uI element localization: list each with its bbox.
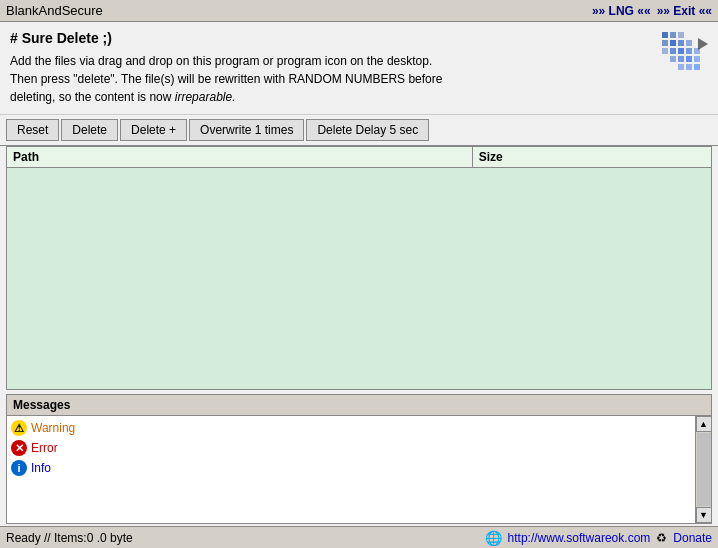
message-warning: ⚠ Warning [11, 418, 691, 438]
svg-rect-11 [686, 48, 692, 54]
svg-rect-3 [678, 32, 684, 38]
warning-text: Warning [31, 421, 75, 435]
svg-rect-18 [686, 64, 692, 70]
error-text: Error [31, 441, 58, 455]
svg-rect-16 [694, 56, 700, 62]
reset-button[interactable]: Reset [6, 119, 59, 141]
scroll-thumb[interactable] [697, 433, 711, 506]
delay-button[interactable]: Delete Delay 5 sec [306, 119, 429, 141]
message-error: ✕ Error [11, 438, 691, 458]
title-bar-controls: »» LNG «« »» Exit «« [592, 4, 712, 18]
file-list-area: Path Size [6, 146, 712, 390]
header-text: # Sure Delete ;) Add the files via drag … [10, 30, 650, 106]
lng-button[interactable]: »» LNG «« [592, 4, 651, 18]
svg-rect-6 [678, 40, 684, 46]
desc-line3-prefix: deleting, so the content is now [10, 90, 175, 104]
svg-rect-13 [670, 56, 676, 62]
warning-icon: ⚠ [11, 420, 27, 436]
scroll-up-arrow[interactable]: ▲ [696, 416, 712, 432]
svg-rect-5 [670, 40, 676, 46]
messages-header-row: Messages [7, 395, 711, 416]
scrollbar[interactable]: ▲ ▼ [695, 416, 711, 523]
desc-line1: Add the files via drag and drop on this … [10, 54, 432, 68]
svg-marker-20 [698, 38, 708, 50]
svg-rect-17 [678, 64, 684, 70]
website-link[interactable]: http://www.softwareok.com [508, 531, 651, 545]
svg-rect-7 [686, 40, 692, 46]
toolbar: Reset Delete Delete + Overwrite 1 times … [0, 115, 718, 146]
globe-icon: 🌐 [485, 530, 502, 546]
messages-scroll-area: ⚠ Warning ✕ Error i Info ▲ ▼ [7, 416, 711, 523]
svg-rect-8 [662, 48, 668, 54]
svg-rect-19 [694, 64, 700, 70]
messages-title: Messages [7, 395, 711, 415]
exit-button[interactable]: »» Exit «« [657, 4, 712, 18]
status-left: Ready // Items:0 .0 byte [6, 531, 133, 545]
col-size-header: Size [473, 147, 711, 167]
file-list-body[interactable] [7, 168, 711, 389]
svg-rect-1 [662, 32, 668, 38]
header-description: Add the files via drag and drop on this … [10, 52, 650, 106]
status-text: Ready // Items:0 .0 byte [6, 531, 133, 545]
overwrite-button[interactable]: Overwrite 1 times [189, 119, 304, 141]
recycle-icon: ♻ [656, 531, 667, 545]
header-area: # Sure Delete ;) Add the files via drag … [0, 22, 718, 115]
donate-link[interactable]: Donate [673, 531, 712, 545]
app-title: BlankAndSecure [6, 3, 103, 18]
svg-rect-2 [670, 32, 676, 38]
delete-button[interactable]: Delete [61, 119, 118, 141]
svg-rect-9 [670, 48, 676, 54]
desc-irreparable: irreparable. [175, 90, 236, 104]
messages-area: Messages ⚠ Warning ✕ Error i Info ▲ [6, 394, 712, 524]
file-list-header: Path Size [7, 147, 711, 168]
error-icon: ✕ [11, 440, 27, 456]
info-icon: i [11, 460, 27, 476]
delete-plus-button[interactable]: Delete + [120, 119, 187, 141]
app-icon [660, 30, 708, 78]
info-text: Info [31, 461, 51, 475]
svg-rect-15 [686, 56, 692, 62]
messages-list: ⚠ Warning ✕ Error i Info [7, 416, 695, 523]
message-info: i Info [11, 458, 691, 478]
col-path-header: Path [7, 147, 473, 167]
status-bar: Ready // Items:0 .0 byte 🌐 http://www.so… [0, 526, 718, 548]
status-right: 🌐 http://www.softwareok.com ♻ Donate [485, 530, 712, 546]
desc-line2: Then press "delete". The file(s) will be… [10, 72, 442, 86]
title-bar: BlankAndSecure »» LNG «« »» Exit «« [0, 0, 718, 22]
svg-rect-10 [678, 48, 684, 54]
header-title: # Sure Delete ;) [10, 30, 650, 46]
scroll-down-arrow[interactable]: ▼ [696, 507, 712, 523]
main-container: # Sure Delete ;) Add the files via drag … [0, 22, 718, 548]
svg-rect-14 [678, 56, 684, 62]
svg-rect-4 [662, 40, 668, 46]
